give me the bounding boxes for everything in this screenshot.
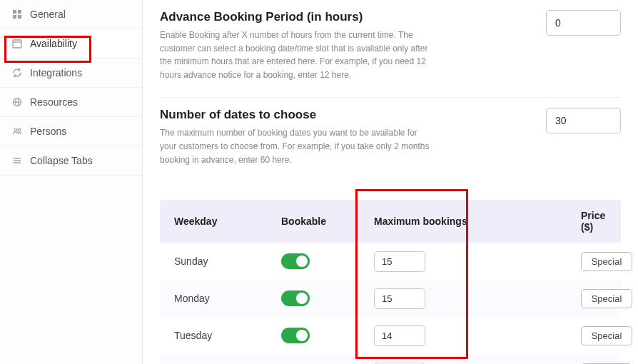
sidebar-item-collapse[interactable]: Collapse Tabs	[0, 146, 142, 176]
dates-input[interactable]	[546, 108, 621, 133]
sidebar: General Availability Integrations Resour…	[0, 0, 143, 364]
sidebar-item-label: General	[30, 9, 66, 20]
col-header-weekday: Weekday	[174, 216, 281, 227]
col-header-max: Maximum bookings	[374, 216, 531, 227]
grid-icon	[11, 9, 23, 20]
bookable-toggle[interactable]	[281, 290, 310, 306]
col-header-price: Price ($)	[531, 210, 607, 233]
table-row: Sunday Special	[160, 243, 621, 280]
sidebar-item-availability[interactable]: Availability	[0, 29, 142, 59]
table-row: Monday Special	[160, 280, 621, 317]
section-desc: The maximum number of booking dates you …	[160, 126, 431, 166]
svg-point-9	[14, 128, 17, 131]
weekday-cell: Sunday	[174, 256, 281, 267]
special-price-button[interactable]: Special	[581, 326, 632, 345]
svg-rect-0	[13, 10, 16, 14]
main-content: Advance Booking Period (in hours) Enable…	[143, 0, 638, 364]
dates-section: Number of dates to choose The maximum nu…	[160, 98, 621, 182]
advance-booking-section: Advance Booking Period (in hours) Enable…	[160, 0, 621, 98]
sidebar-item-label: Integrations	[30, 67, 82, 79]
section-desc: Enable Booking after X number of hours f…	[160, 29, 431, 81]
advance-booking-input[interactable]	[546, 10, 621, 36]
special-price-button[interactable]: Special	[581, 289, 632, 308]
svg-rect-4	[13, 40, 21, 48]
table-row: Tuesday Special	[160, 317, 621, 354]
max-bookings-input[interactable]	[374, 251, 425, 272]
availability-table: Weekday Bookable Maximum bookings Price …	[160, 200, 621, 364]
sidebar-item-integrations[interactable]: Integrations	[0, 59, 142, 88]
sidebar-item-general[interactable]: General	[0, 0, 142, 29]
col-header-bookable: Bookable	[281, 216, 374, 227]
section-title: Advance Booking Period (in hours)	[160, 10, 431, 24]
weekday-cell: Tuesday	[174, 330, 281, 341]
section-title: Number of dates to choose	[160, 108, 431, 122]
bookable-toggle[interactable]	[281, 253, 310, 269]
sidebar-item-label: Collapse Tabs	[30, 155, 93, 166]
svg-rect-1	[18, 10, 21, 14]
svg-rect-2	[13, 15, 16, 19]
max-bookings-input[interactable]	[374, 325, 425, 346]
special-price-button[interactable]: Special	[581, 252, 632, 271]
sidebar-item-resources[interactable]: Resources	[0, 88, 142, 117]
sync-icon	[11, 67, 23, 79]
max-bookings-input[interactable]	[374, 288, 425, 309]
bookable-toggle[interactable]	[281, 328, 310, 343]
weekday-cell: Monday	[174, 293, 281, 304]
table-header-row: Weekday Bookable Maximum bookings Price …	[160, 200, 621, 243]
table-row: Wednesday Special	[160, 354, 621, 364]
sidebar-item-label: Availability	[30, 38, 77, 49]
sidebar-item-label: Persons	[30, 126, 66, 137]
menu-icon	[11, 155, 23, 166]
globe-icon	[11, 96, 23, 108]
sidebar-item-persons[interactable]: Persons	[0, 117, 142, 146]
svg-rect-3	[18, 15, 21, 19]
persons-icon	[11, 126, 23, 137]
calendar-icon	[11, 38, 23, 49]
svg-point-10	[18, 128, 20, 131]
sidebar-item-label: Resources	[30, 96, 78, 108]
